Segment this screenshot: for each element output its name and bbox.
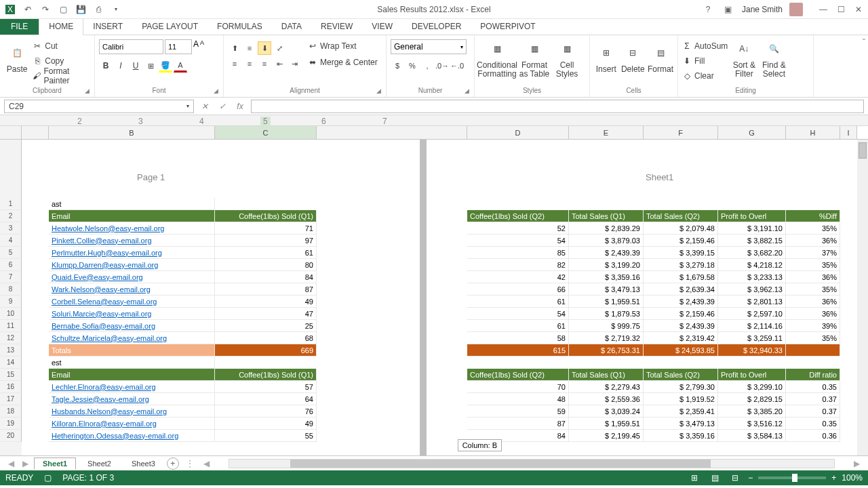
cell[interactable]: 87 [215,283,317,296]
cell[interactable]: $ 3,359.16 [569,271,644,283]
vertical-scrollbar[interactable] [857,140,868,455]
cell[interactable]: 80 [215,259,317,271]
hscroll-right-icon[interactable]: ▶ [851,459,863,468]
cell[interactable]: $ 2,799.30 [644,381,718,393]
redo-icon[interactable]: ↷ [38,2,53,17]
align-top-icon[interactable]: ⬆ [228,41,241,55]
cell[interactable]: $ 3,199.20 [569,259,644,271]
sheet-nav-prev-icon[interactable]: ◀ [5,459,17,468]
cell[interactable]: $ 24,593.85 [644,344,718,357]
cell[interactable]: $ 2,559.36 [569,393,644,405]
sheet-tab-3[interactable]: Sheet3 [123,458,164,470]
cell[interactable]: 61 [215,247,317,259]
zoom-value[interactable]: 100% [842,473,863,483]
cell[interactable]: $ 26,753.31 [569,344,644,357]
cell[interactable]: Email [49,210,215,222]
cell[interactable] [786,344,840,357]
cell[interactable]: Soluri.Marcie@easy-email.org [49,308,215,320]
cell[interactable]: $ 2,199.45 [569,430,644,442]
undo-icon[interactable]: ↶ [20,2,35,17]
cell[interactable]: $ 3,879.03 [569,235,644,247]
autosum-button[interactable]: ΣAutoSum [682,39,728,53]
spreadsheet-grid[interactable]: Page 1 Sheet1 astEmailCoffee(1lbs) Sold … [22,140,868,455]
cell[interactable]: 0.35 [786,418,840,430]
cell[interactable]: $ 2,839.29 [569,222,644,235]
paste-button[interactable]: 📋Paste [4,39,30,84]
currency-icon[interactable]: $ [391,59,404,73]
collapse-ribbon-icon[interactable]: ˇ [860,35,868,97]
font-color-icon[interactable]: A [174,59,187,73]
cell[interactable]: 61 [467,296,569,308]
cell[interactable]: $ 2,079.48 [644,222,718,235]
row-headers[interactable]: 1234567891011121314151617181920 [0,140,22,455]
save-icon[interactable]: 💾 [73,2,88,17]
cell[interactable]: $ 1,879.53 [569,308,644,320]
cell[interactable]: 35% [786,332,840,344]
cell[interactable]: Corbell.Selena@easy-email.org [49,296,215,308]
cell[interactable]: 52 [467,222,569,235]
zoom-slider[interactable] [758,476,826,479]
cell[interactable]: Pinkett.Collie@easy-email.org [49,235,215,247]
hscroll-left-icon[interactable]: ◀ [201,459,212,468]
cell[interactable]: $ 3,479.13 [569,283,644,296]
cell[interactable]: Tagle.Jessie@easy-email.org [49,393,215,405]
minimize-icon[interactable]: — [816,3,830,16]
cell[interactable]: Coffee(1lbs) Sold (Q1) [215,369,317,381]
cell[interactable]: $ 2,439.39 [569,247,644,259]
cell[interactable]: $ 2,639.34 [644,283,718,296]
sheet-tab-1[interactable]: Sheet1 [34,458,76,470]
cell[interactable]: 87 [467,418,569,430]
cell[interactable]: 54 [467,308,569,320]
quickprint-icon[interactable]: ⎙ [91,2,106,17]
orientation-icon[interactable]: ⤢ [273,41,286,55]
cell[interactable]: 66 [467,283,569,296]
sheet-tab-2[interactable]: Sheet2 [79,458,120,470]
comma-icon[interactable]: , [420,59,434,73]
cell[interactable]: 70 [467,381,569,393]
tab-home[interactable]: HOME [39,18,83,35]
sheet-nav-next-icon[interactable]: ▶ [20,459,31,468]
cell[interactable]: $ 2,159.46 [644,235,718,247]
format-button[interactable]: ▤Format [648,39,673,84]
cell[interactable]: 47 [215,308,317,320]
cell[interactable]: $ 2,597.10 [718,308,786,320]
borders-icon[interactable]: ⊞ [144,59,157,73]
alignment-launcher-icon[interactable]: ◢ [376,87,384,96]
cell[interactable]: 61 [467,320,569,332]
italic-button[interactable]: I [114,59,127,73]
pagelayout-view-icon[interactable]: ▤ [707,472,722,484]
cell[interactable]: 39% [786,320,840,332]
cell[interactable]: 55 [215,430,317,442]
number-launcher-icon[interactable]: ◢ [465,87,473,96]
cell[interactable]: 42 [467,271,569,283]
tab-review[interactable]: REVIEW [311,18,362,35]
zoom-out-icon[interactable]: − [748,473,753,483]
cell[interactable]: Quaid.Eve@easy-email.org [49,271,215,283]
bold-button[interactable]: B [99,59,113,73]
align-center-icon[interactable]: ≡ [243,57,256,70]
decrease-font-icon[interactable]: A [200,39,204,54]
merge-center-button[interactable]: ⬌Merge & Center [308,56,378,69]
cell[interactable]: Email [49,369,215,381]
cell[interactable]: Killoran.Elnora@easy-email.org [49,418,215,430]
pagebreak-view-icon[interactable]: ⊟ [728,472,743,484]
decrease-indent-icon[interactable]: ⇤ [273,57,286,70]
horizontal-scrollbar[interactable] [229,459,835,468]
cell[interactable]: Lechler.Elnora@easy-email.org [49,381,215,393]
cell[interactable]: $ 32,940.33 [718,344,786,357]
tab-data[interactable]: DATA [272,18,311,35]
decrease-decimal-icon[interactable]: ←.0 [450,59,464,73]
cell[interactable]: Schultze.Maricela@easy-email.org [49,332,215,344]
cell[interactable]: $ 2,114.16 [718,320,786,332]
cell[interactable]: Perlmutter.Hugh@easy-email.org [49,247,215,259]
cell[interactable]: $ 3,962.13 [718,283,786,296]
cell[interactable]: $ 2,159.46 [644,308,718,320]
select-all-corner[interactable] [0,126,22,139]
number-format-select[interactable]: General▾ [391,39,467,54]
add-sheet-button[interactable]: + [167,458,179,470]
cell[interactable]: 36% [786,235,840,247]
cell[interactable]: $ 999.75 [569,320,644,332]
column-headers[interactable]: B C D E F G H I [0,126,868,140]
avatar[interactable] [789,3,803,16]
tab-formulas[interactable]: FORMULAS [208,18,272,35]
